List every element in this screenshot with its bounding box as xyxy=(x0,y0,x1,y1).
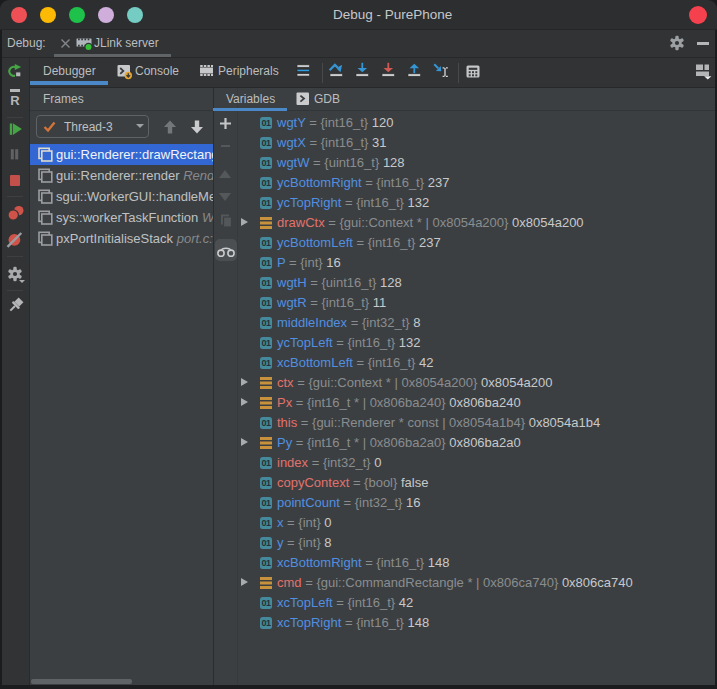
svg-text:R: R xyxy=(10,93,20,107)
